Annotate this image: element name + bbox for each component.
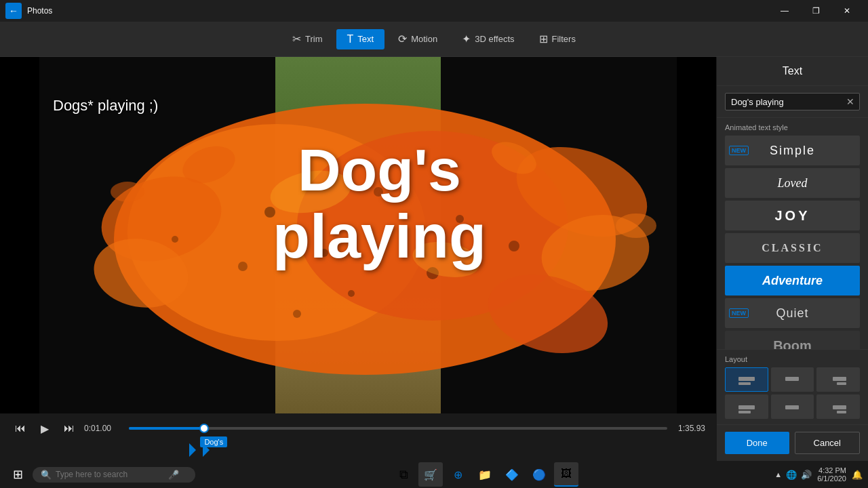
motion-button[interactable]: ⟳ Motion — [387, 28, 448, 49]
timeline-played — [129, 427, 204, 430]
style-label-adventure: Adventure — [762, 274, 823, 288]
taskbar-search-box[interactable]: 🔍 🎤 — [33, 467, 195, 483]
layout-item-3[interactable] — [816, 367, 860, 392]
timeline-bar[interactable] — [129, 427, 667, 430]
style-item-adventure[interactable]: Adventure — [725, 266, 860, 296]
layout-bar — [833, 405, 846, 409]
svg-point-21 — [293, 310, 301, 318]
new-badge-quiet: NEW — [729, 308, 749, 318]
cancel-button[interactable]: Cancel — [795, 432, 861, 454]
app-file-explorer[interactable]: 📁 — [473, 462, 497, 487]
clear-text-button[interactable]: ✕ — [845, 96, 856, 107]
text-input[interactable] — [731, 97, 845, 107]
timeline-handle[interactable] — [199, 424, 209, 433]
svg-point-11 — [616, 214, 656, 238]
taskbar: ⊞ 🔍 🎤 ⧉ 🛒 ⊕ 📁 🔷 🔵 🖼 ▲ 🌐 — [0, 461, 868, 488]
new-badge-simple: NEW — [729, 146, 749, 155]
photos-app-active[interactable]: 🖼 — [554, 462, 578, 487]
layout-section: Layout — [717, 349, 868, 424]
notification-icon[interactable]: 🔔 — [852, 470, 863, 480]
style-item-quiet[interactable]: NEW Quiet — [725, 298, 860, 328]
taskbar-search-input[interactable] — [56, 470, 164, 479]
window-controls: — ❐ ✕ — [769, 0, 863, 22]
style-section: Animated text style NEW Simple Loved JOY… — [717, 118, 868, 349]
layout-item-6[interactable] — [816, 394, 860, 419]
app3-icon: 🔷 — [505, 468, 519, 481]
layout-item-2[interactable] — [771, 367, 814, 392]
fast-forward-button[interactable]: ⏭ — [60, 419, 79, 438]
layout-item-1[interactable] — [725, 367, 768, 392]
minimize-button[interactable]: — — [769, 0, 800, 22]
style-section-label: Animated text style — [725, 123, 860, 131]
start-button[interactable]: ⊞ — [5, 462, 30, 487]
app-4[interactable]: 🔵 — [527, 462, 551, 487]
text-button[interactable]: T Text — [336, 29, 385, 49]
svg-point-10 — [111, 182, 144, 202]
app-3[interactable]: 🔷 — [500, 462, 524, 487]
main-area: Dogs* playing ;) Dog's playing ⏮ ▶ ⏭ 0:0… — [0, 57, 868, 461]
layout-preview-4 — [737, 399, 756, 415]
layout-bar — [738, 377, 755, 381]
video-overlay-main: Dog's playing — [273, 138, 486, 270]
app-title: Photos — [27, 6, 52, 16]
time-date[interactable]: 4:32 PM 6/1/2020 — [817, 466, 846, 483]
toolbar: ✂ Trim T Text ⟳ Motion ✦ 3D effects ⊞ Fi… — [0, 22, 868, 57]
video-frame: Dogs* playing ;) Dog's playing — [39, 57, 677, 413]
taskbar-apps: ⧉ 🛒 ⊕ 📁 🔷 🔵 🖼 — [391, 462, 578, 487]
app-edge[interactable]: ⊕ — [446, 462, 470, 487]
layout-item-5[interactable] — [771, 394, 814, 419]
play-button[interactable]: ▶ — [35, 419, 54, 438]
clock-date: 6/1/2020 — [817, 474, 846, 483]
photos-icon: 🖼 — [561, 468, 572, 480]
layout-item-4[interactable] — [725, 394, 768, 419]
layout-preview-5 — [783, 399, 802, 415]
timeline-container[interactable]: Dog's — [123, 427, 673, 430]
style-label-loved: Loved — [778, 176, 808, 190]
layout-bar — [738, 405, 755, 409]
back-button[interactable]: ← — [5, 3, 22, 19]
motion-icon: ⟳ — [398, 33, 407, 45]
svg-point-19 — [172, 236, 178, 243]
edge-icon: ⊕ — [454, 468, 462, 481]
titlebar-left: ← Photos — [5, 3, 52, 19]
folder-icon: 📁 — [478, 468, 492, 481]
text-input-section: ✕ — [717, 86, 868, 118]
style-item-simple[interactable]: NEW Simple — [725, 136, 860, 165]
layout-preview-2 — [783, 371, 802, 388]
tray-up-icon[interactable]: ▲ — [774, 470, 782, 479]
style-label-classic: CLASSIC — [762, 242, 823, 254]
style-item-classic[interactable]: CLASSIC — [725, 233, 860, 263]
style-label-joy: JOY — [774, 208, 810, 224]
layout-bar — [738, 411, 751, 413]
video-overlay-title: Dogs* playing ;) — [53, 97, 158, 115]
trim-label: Trim — [305, 34, 323, 44]
filters-button[interactable]: ⊞ Filters — [528, 28, 587, 49]
timeline-section: ⏮ ▶ ⏭ 0:01.00 Dog's 1:35.93 — [0, 413, 716, 461]
taskview-button[interactable]: ⧉ — [391, 462, 416, 487]
clip-markers — [189, 443, 216, 457]
done-button[interactable]: Done — [725, 432, 789, 454]
maximize-button[interactable]: ❐ — [800, 0, 831, 22]
layout-grid — [725, 367, 860, 419]
style-item-boom[interactable]: Boom — [725, 331, 860, 349]
effects-icon: ✦ — [462, 33, 471, 45]
style-item-joy[interactable]: JOY — [725, 201, 860, 230]
back-icon: ← — [9, 5, 18, 16]
trim-button[interactable]: ✂ Trim — [281, 28, 334, 49]
style-item-loved[interactable]: Loved — [725, 168, 860, 198]
time-end: 1:35.93 — [678, 424, 705, 433]
text-label: Text — [357, 34, 374, 44]
svg-marker-24 — [189, 443, 196, 457]
layout-bar — [833, 377, 846, 381]
style-label-quiet: Quiet — [776, 306, 808, 321]
close-button[interactable]: ✕ — [831, 0, 863, 22]
layout-preview-1 — [737, 371, 756, 388]
text-input-box: ✕ — [725, 93, 860, 110]
effects-button[interactable]: ✦ 3D effects — [451, 28, 525, 49]
rewind-button[interactable]: ⏮ — [11, 419, 30, 438]
clock-time: 4:32 PM — [817, 466, 846, 474]
app-store[interactable]: 🛒 — [418, 462, 443, 487]
svg-point-16 — [348, 290, 355, 297]
video-overlay-line1: Dog's — [273, 138, 486, 203]
search-icon: 🔍 — [41, 470, 52, 480]
